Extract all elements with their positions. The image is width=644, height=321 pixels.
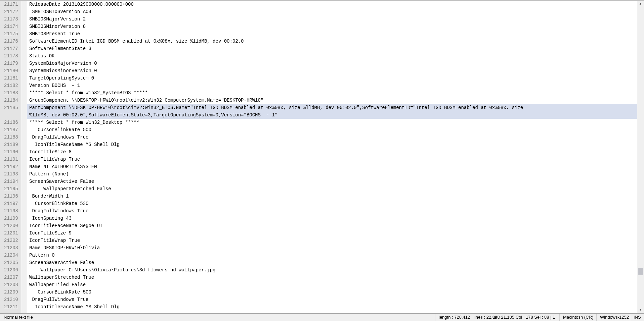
text-line[interactable]: CursorBlinkRate 500 xyxy=(27,288,637,296)
line-number: 21179 xyxy=(0,60,21,67)
text-line[interactable]: CursorBlinkRate 530 xyxy=(27,200,637,207)
text-line[interactable]: ReleaseDate 20131029000000.000000+000 xyxy=(27,1,637,8)
scroll-up-arrow-icon[interactable]: ▲ xyxy=(637,1,644,7)
line-number: 21178 xyxy=(0,52,21,60)
text-line[interactable]: BorderWidth 1 xyxy=(27,193,637,200)
line-number: 21191 xyxy=(0,156,21,163)
line-number: 21188 xyxy=(0,133,21,141)
text-line[interactable]: TargetOperatingSystem 0 xyxy=(27,74,637,82)
text-line[interactable]: Pattern (None) xyxy=(27,170,637,178)
text-line[interactable]: IconTitleSize 9 xyxy=(27,229,637,237)
status-filetype: Normal text file xyxy=(0,314,435,321)
line-number: 21196 xyxy=(0,193,21,200)
line-number: 21197 xyxy=(0,200,21,207)
text-line[interactable]: Status OK xyxy=(27,52,637,60)
text-line[interactable]: IconTitleFaceName MS Shell Dlg xyxy=(27,303,637,311)
scroll-down-arrow-icon[interactable]: ▼ xyxy=(637,307,644,313)
scroll-track[interactable] xyxy=(637,7,644,307)
line-number: 21175 xyxy=(0,30,21,38)
line-number: 21173 xyxy=(0,15,21,23)
line-number: 21202 xyxy=(0,237,21,244)
text-line[interactable]: IconTitleFaceName MS Shell Dlg xyxy=(27,141,637,148)
line-number: 21211 xyxy=(0,303,21,311)
text-line[interactable]: CursorBlinkRate 500 xyxy=(27,126,637,133)
line-number-gutter[interactable]: 2117121172211732117421175211762117721178… xyxy=(0,1,21,313)
line-number: 21206 xyxy=(0,266,21,274)
text-line[interactable]: GroupComponent \\DESKTOP-HRW10\root\cimv… xyxy=(27,97,637,104)
line-number: 21176 xyxy=(0,38,21,45)
text-line[interactable]: SystemBiosMajorVersion 0 xyxy=(27,60,637,67)
line-number: 21208 xyxy=(0,281,21,288)
editor-window: 2117121172211732117421175211762117721178… xyxy=(0,0,644,321)
line-number: 21201 xyxy=(0,229,21,237)
text-line[interactable]: ***** Select * from Win32_Desktop ***** xyxy=(27,119,637,126)
line-number: 21180 xyxy=(0,67,21,74)
text-line[interactable]: SMBIOSMinorVersion 8 xyxy=(27,23,637,30)
status-encoding: Windows-1252 xyxy=(597,314,630,321)
line-number: 21207 xyxy=(0,274,21,281)
text-line[interactable]: Pattern 0 xyxy=(27,252,637,259)
status-bar: Normal text file length : 728.412 lines … xyxy=(0,313,644,321)
line-number xyxy=(0,111,21,119)
text-line[interactable]: IconSpacing 43 xyxy=(27,215,637,222)
line-number: 21194 xyxy=(0,178,21,185)
line-number: 21200 xyxy=(0,222,21,229)
text-line[interactable]: ScreenSaverActive False xyxy=(27,178,637,185)
line-number: 21189 xyxy=(0,141,21,148)
status-length-text: length : 728.412 xyxy=(439,315,470,320)
line-number: 21172 xyxy=(0,8,21,15)
line-number: 21203 xyxy=(0,244,21,252)
line-number: 21199 xyxy=(0,215,21,222)
text-line[interactable]: IconTitleWrap True xyxy=(27,237,637,244)
line-number: 21177 xyxy=(0,45,21,52)
line-number: 21185 xyxy=(0,104,21,111)
vertical-scrollbar[interactable]: ▲ ▼ xyxy=(637,1,644,313)
fold-margin[interactable] xyxy=(21,1,27,313)
text-line[interactable]: Version BOCHS - 1 xyxy=(27,82,637,89)
status-eol: Macintosh (CR) xyxy=(560,314,597,321)
text-line[interactable]: SMBIOSPresent True xyxy=(27,30,637,38)
line-number: 21190 xyxy=(0,148,21,156)
text-line[interactable]: WallpaperStretched False xyxy=(27,185,637,193)
text-line[interactable]: DragFullWindows True xyxy=(27,296,637,303)
text-line[interactable]: IconTitleFaceName Segoe UI xyxy=(27,222,637,229)
text-line[interactable]: ***** Select * from Win32_SystemBIOS ***… xyxy=(27,89,637,97)
text-line[interactable]: IconTitleSize 8 xyxy=(27,148,637,156)
line-number: 21174 xyxy=(0,23,21,30)
text-content-area[interactable]: ReleaseDate 20131029000000.000000+000 SM… xyxy=(27,1,637,313)
text-line[interactable]: SMBIOSMajorVersion 2 xyxy=(27,15,637,23)
status-insert-mode: INS xyxy=(630,314,644,321)
line-number: 21192 xyxy=(0,163,21,170)
text-line[interactable]: Wallpaper C:\Users\Olivia\Pictures\3d-fl… xyxy=(27,266,637,274)
line-number: 21187 xyxy=(0,126,21,133)
status-position: Ln : 21.185 Col : 178 Sel : 88 | 1 xyxy=(489,314,560,321)
text-line[interactable]: WallpaperStretched True xyxy=(27,274,637,281)
line-number: 21171 xyxy=(0,1,21,8)
text-line[interactable]: ScreenSaverActive False xyxy=(27,259,637,266)
line-number: 21205 xyxy=(0,259,21,266)
text-line[interactable]: IconTitleWrap True xyxy=(27,156,637,163)
line-number: 21182 xyxy=(0,82,21,89)
scroll-thumb[interactable] xyxy=(638,268,643,275)
text-line[interactable]: Name DESKTOP-HRW10\Olivia xyxy=(27,244,637,252)
line-number: 21186 xyxy=(0,119,21,126)
text-line[interactable]: Name NT AUTHORITY\SYSTEM xyxy=(27,163,637,170)
line-number: 21195 xyxy=(0,185,21,193)
line-number: 21181 xyxy=(0,74,21,82)
line-number: 21198 xyxy=(0,207,21,215)
text-line[interactable]: WallpaperTiled False xyxy=(27,281,637,288)
line-number: 21193 xyxy=(0,170,21,178)
line-number: 21204 xyxy=(0,252,21,259)
text-line[interactable]: DragFullWindows True xyxy=(27,207,637,215)
text-line[interactable]: SoftwareElementID Intel IGD BDSM enabled… xyxy=(27,38,637,45)
line-number: 21209 xyxy=(0,288,21,296)
text-line[interactable]: %lldMB, dev 00:02.0",SoftwareElementStat… xyxy=(27,111,637,119)
text-line[interactable]: SoftwareElementState 3 xyxy=(27,45,637,52)
status-length: length : 728.412 lines : 22.898 xyxy=(435,314,489,321)
line-number: 21184 xyxy=(0,97,21,104)
text-line[interactable]: PartComponent \\DESKTOP-HRW10\root\cimv2… xyxy=(27,104,637,111)
editor-area: 2117121172211732117421175211762117721178… xyxy=(0,0,644,313)
text-line[interactable]: SystemBiosMinorVersion 0 xyxy=(27,67,637,74)
text-line[interactable]: SMBIOSBIOSVersion A04 xyxy=(27,8,637,15)
text-line[interactable]: DragFullWindows True xyxy=(27,133,637,141)
